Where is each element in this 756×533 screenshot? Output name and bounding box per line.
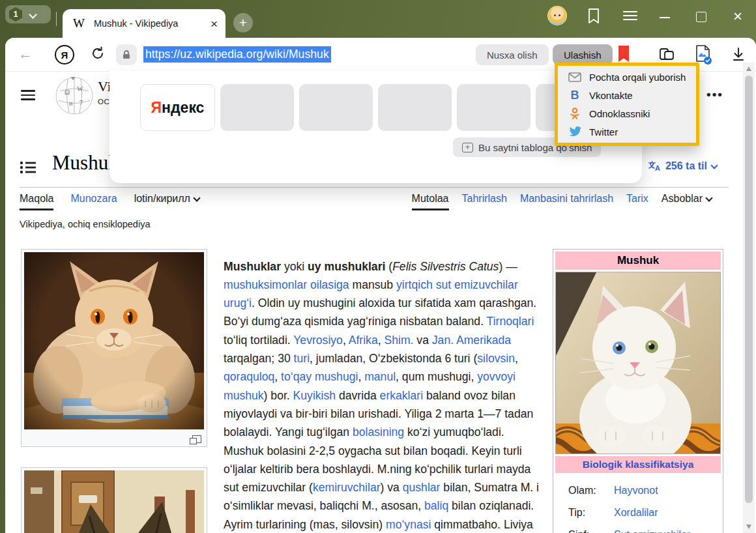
collections-icon[interactable] bbox=[658, 46, 675, 63]
page-scrollbar[interactable] bbox=[743, 63, 755, 533]
infobox-link[interactable]: Sut emizuvchilar bbox=[614, 529, 690, 533]
text-segment: , bbox=[358, 370, 364, 383]
lock-icon[interactable] bbox=[116, 44, 137, 65]
site-tile[interactable] bbox=[378, 84, 452, 131]
language-selector[interactable]: A 256 ta til bbox=[648, 160, 717, 172]
tab-group-pill[interactable]: 1 bbox=[5, 5, 51, 23]
titlebar-separator bbox=[56, 12, 57, 26]
article-image-tabby-cat[interactable] bbox=[21, 467, 207, 533]
browser-tab[interactable]: W Mushuk - Vikipediya × bbox=[63, 9, 225, 38]
yandex-tile[interactable]: Яндекс bbox=[140, 84, 215, 131]
profile-avatar[interactable] bbox=[547, 6, 567, 25]
tab-close-icon[interactable]: × bbox=[211, 18, 218, 30]
text-segment: ) — bbox=[499, 260, 517, 273]
tab-maqola[interactable]: Maqola bbox=[20, 193, 53, 210]
share-menu-item-vkontakte[interactable]: В Vkontakte bbox=[558, 86, 696, 104]
wiki-link[interactable]: mushuksimonlar oilasiga bbox=[224, 278, 349, 291]
site-tile[interactable] bbox=[299, 84, 373, 131]
wiki-link[interactable]: Afrika bbox=[349, 334, 378, 347]
wiki-link[interactable]: Jan. Amerikada bbox=[432, 334, 511, 347]
title-bar: 1 W Mushuk - Vikipediya × + × bbox=[0, 0, 756, 38]
infobox-row: Sinf: Sut emizuvchilar bbox=[568, 524, 717, 533]
browser-menu-icon[interactable] bbox=[623, 11, 637, 20]
text-segment: uy mushuklari bbox=[308, 260, 385, 273]
wiki-link[interactable]: Tirnoqlari bbox=[487, 315, 534, 328]
wiki-link[interactable]: manul bbox=[364, 370, 396, 383]
text-segment: , bbox=[343, 334, 349, 347]
tab-group-badge[interactable]: 1 bbox=[9, 7, 22, 22]
wiki-link[interactable]: turi bbox=[294, 352, 310, 365]
scroll-up-arrow[interactable] bbox=[746, 66, 751, 71]
text-segment: mansub bbox=[349, 278, 396, 291]
reload-icon[interactable] bbox=[90, 46, 106, 64]
share-menu-item-twitter[interactable]: Twitter bbox=[558, 122, 696, 141]
tab-tarix[interactable]: Tarix bbox=[626, 193, 648, 205]
wiki-link[interactable]: Kuyikish bbox=[293, 389, 336, 402]
copy-url-button[interactable]: Nusxa olish bbox=[476, 44, 549, 65]
svg-text:Ω: Ω bbox=[65, 88, 70, 96]
window-close-button[interactable]: × bbox=[730, 5, 746, 27]
wiki-link[interactable]: silovsin bbox=[477, 352, 515, 365]
text-segment: davrida bbox=[336, 389, 379, 402]
wiki-link[interactable]: qoraquloq bbox=[224, 370, 274, 383]
wiki-link[interactable]: baliq bbox=[424, 499, 448, 512]
site-tile[interactable] bbox=[220, 84, 294, 131]
wiki-link[interactable]: Yevrosiyo bbox=[293, 334, 343, 347]
wiki-link[interactable]: qushlar bbox=[403, 481, 441, 494]
tab-asboblar[interactable]: Asboblar bbox=[662, 193, 712, 205]
chevron-down-icon[interactable] bbox=[29, 10, 37, 19]
infobox-title: Mushuk bbox=[555, 252, 721, 270]
twitter-icon bbox=[567, 126, 583, 137]
text-segment: tarqalgan; 30 bbox=[224, 352, 294, 365]
scrollbar-thumb[interactable] bbox=[745, 76, 753, 503]
wiki-link[interactable]: erkaklari bbox=[380, 389, 423, 402]
scroll-down-arrow[interactable] bbox=[746, 525, 751, 529]
wiki-link[interactable]: moʻynasi bbox=[386, 518, 431, 531]
wiki-link[interactable]: toʻqay mushugi bbox=[281, 370, 358, 383]
window-maximize-button[interactable] bbox=[696, 12, 706, 22]
text-segment: , bbox=[274, 370, 281, 383]
share-menu-item-mail[interactable]: Pochta orqali yuborish bbox=[558, 68, 696, 86]
tab-munozara[interactable]: Munozara bbox=[70, 193, 117, 205]
more-options-icon[interactable]: ••• bbox=[706, 87, 723, 102]
infobox-rows: Olam: Hayvonot Tip: Xordalilar Sinf: Sut… bbox=[555, 473, 721, 533]
bookmarks-icon[interactable] bbox=[587, 8, 602, 23]
text-segment: , bbox=[378, 334, 385, 347]
tab-title: Mushuk - Vikipediya bbox=[94, 18, 211, 29]
window-minimize-button[interactable] bbox=[660, 17, 670, 18]
infobox-link[interactable]: Xordalilar bbox=[614, 507, 658, 519]
tab-variant-selector[interactable]: lotin/кирилл bbox=[134, 193, 199, 205]
tab-mutolaa[interactable]: Mutolaa bbox=[412, 193, 449, 210]
article-image-ginger-cat[interactable] bbox=[21, 249, 207, 447]
wikipedia-logo[interactable]: Ω W и 7 bbox=[53, 74, 95, 119]
text-segment: ( bbox=[385, 260, 392, 273]
text-segment: yoki bbox=[281, 260, 308, 273]
address-bar[interactable]: https://uz.wikipedia.org/wiki/Mushuk bbox=[143, 46, 331, 63]
browser-chrome: ← Я https://uz.wikipedia.org/wiki/Mushuk… bbox=[5, 38, 756, 533]
infobox-row: Tip: Xordalilar bbox=[568, 502, 717, 524]
bookmark-added-icon[interactable] bbox=[618, 46, 629, 62]
browser-window: 1 W Mushuk - Vikipediya × + × ← Я bbox=[0, 0, 756, 533]
wiki-link[interactable]: bolasining bbox=[353, 425, 404, 439]
wiki-link[interactable]: Shim. bbox=[384, 334, 413, 347]
infobox-link[interactable]: Hayvonot bbox=[614, 485, 658, 497]
infobox-section-header[interactable]: Biologik klassifikatsiya bbox=[555, 456, 721, 473]
infobox-image-white-kitten[interactable] bbox=[555, 272, 721, 454]
enlarge-icon[interactable] bbox=[192, 435, 201, 443]
tab-manbasini-tahrirlash[interactable]: Manbasini tahrirlash bbox=[520, 193, 613, 205]
svg-text:и: и bbox=[69, 100, 73, 107]
yandex-search-icon[interactable]: Я bbox=[55, 45, 74, 65]
plus-icon: + bbox=[462, 143, 473, 152]
share-menu-item-odnoklassniki[interactable]: Odnoklassniki bbox=[558, 104, 696, 122]
new-tab-button[interactable]: + bbox=[233, 13, 253, 33]
wiki-menu-icon[interactable] bbox=[21, 90, 35, 100]
namespace-tabs: Maqola Munozara lotin/кирилл bbox=[20, 193, 199, 211]
tab-tahrirlash[interactable]: Tahrirlash bbox=[462, 193, 507, 205]
wiki-link[interactable]: kemiruvchilar bbox=[313, 481, 381, 494]
back-button[interactable]: ← bbox=[18, 46, 33, 62]
site-tile[interactable] bbox=[457, 84, 531, 131]
odnoklassniki-icon bbox=[567, 108, 583, 120]
text-segment: toʻliq tortiladi. bbox=[224, 334, 293, 347]
contents-list-icon[interactable] bbox=[20, 160, 36, 177]
svg-text:W: W bbox=[77, 85, 83, 93]
